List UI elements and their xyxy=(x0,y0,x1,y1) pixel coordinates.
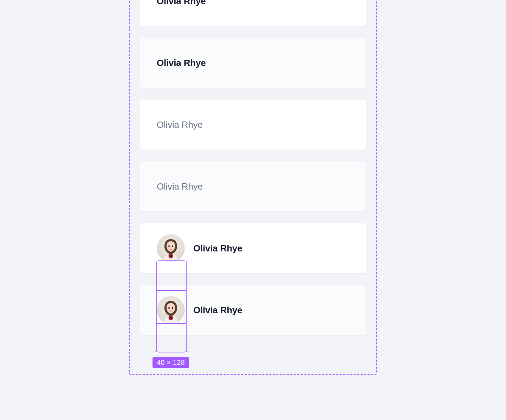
resize-handle-bottom-right[interactable] xyxy=(185,351,188,354)
list-item-label: Olivia Rhye xyxy=(157,181,203,192)
svg-point-4 xyxy=(170,255,172,257)
list-item-label: Olivia Rhye xyxy=(193,243,242,254)
list-item-label: Olivia Rhye xyxy=(157,0,206,7)
list-item[interactable]: Olivia Rhye xyxy=(140,100,366,150)
dimension-badge: 40 × 128 xyxy=(153,357,189,368)
svg-point-2 xyxy=(172,245,173,247)
card-list: Olivia Rhye Olivia Rhye Olivia Rhye Oliv… xyxy=(140,0,366,347)
list-item[interactable]: Olivia Rhye xyxy=(140,162,366,211)
list-item-label: Olivia Rhye xyxy=(157,58,206,68)
svg-point-6 xyxy=(168,307,170,309)
svg-point-9 xyxy=(170,317,172,319)
list-item-label: Olivia Rhye xyxy=(157,119,203,130)
svg-point-7 xyxy=(172,307,173,309)
resize-handle-bottom-left[interactable] xyxy=(155,351,158,354)
avatar xyxy=(157,234,185,262)
list-item[interactable]: Olivia Rhye xyxy=(140,0,366,26)
svg-point-1 xyxy=(168,245,170,247)
list-item[interactable]: Olivia Rhye xyxy=(140,285,366,335)
list-item[interactable]: Olivia Rhye xyxy=(140,223,366,273)
avatar-icon xyxy=(157,234,185,262)
avatar-icon xyxy=(157,296,185,324)
list-item[interactable]: Olivia Rhye xyxy=(140,38,366,88)
list-item-label: Olivia Rhye xyxy=(193,305,242,316)
avatar xyxy=(157,296,185,324)
